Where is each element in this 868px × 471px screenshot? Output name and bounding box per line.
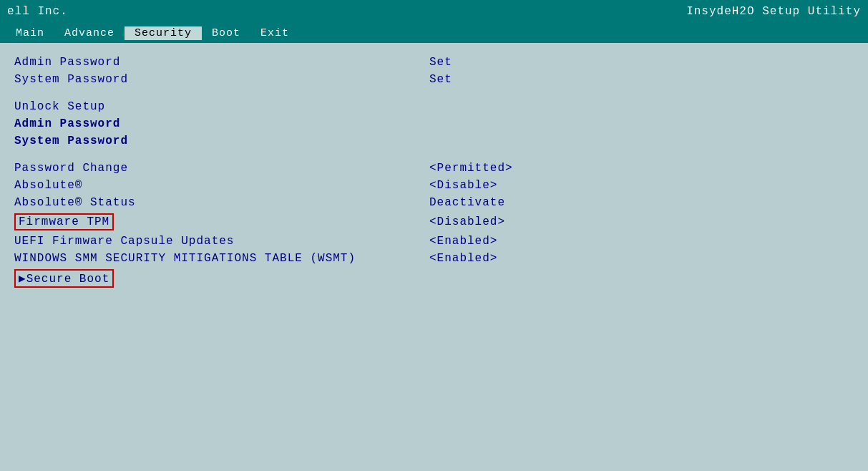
firmware-tpm-label: Firmware TPM — [14, 213, 429, 230]
spacer-2 — [14, 152, 854, 162]
secure-boot-highlight: ▶Secure Boot — [14, 269, 114, 288]
nav-exit[interactable]: Exit — [250, 26, 299, 40]
uefi-firmware-value: <Enabled> — [429, 235, 497, 248]
admin-password-bold-label: Admin Password — [14, 117, 429, 130]
absolute-status-value: Deactivate — [429, 196, 505, 209]
password-change-label: Password Change — [14, 162, 429, 175]
uefi-firmware-row[interactable]: UEFI Firmware Capsule Updates <Enabled> — [14, 235, 854, 248]
admin-password-label: Admin Password — [14, 56, 429, 69]
system-password-bold-label: System Password — [14, 135, 429, 147]
absolute-status-row[interactable]: Absolute® Status Deactivate — [14, 196, 854, 209]
admin-password-bold-row[interactable]: Admin Password — [14, 117, 854, 130]
uefi-firmware-label: UEFI Firmware Capsule Updates — [14, 235, 429, 248]
password-change-value: <Permitted> — [429, 162, 513, 175]
system-password-label: System Password — [14, 73, 429, 86]
wsmt-row[interactable]: WINDOWS SMM SECURITY MITIGATIONS TABLE (… — [14, 252, 854, 265]
utility-title: InsydeH2O Setup Utility — [686, 5, 861, 18]
header-bar: ell Inc. InsydeH2O Setup Utility — [0, 0, 868, 23]
absolute-value: <Disable> — [429, 179, 497, 192]
system-password-row: System Password Set — [14, 73, 854, 86]
firmware-tpm-highlight: Firmware TPM — [14, 213, 114, 230]
system-password-value: Set — [429, 73, 452, 86]
nav-advance[interactable]: Advance — [54, 26, 125, 40]
bios-screen: ell Inc. InsydeH2O Setup Utility Main Ad… — [0, 0, 868, 471]
wsmt-value: <Enabled> — [429, 252, 497, 265]
system-password-bold-row[interactable]: System Password — [14, 135, 854, 147]
unlock-setup-label: Unlock Setup — [14, 100, 429, 113]
nav-security[interactable]: Security — [125, 26, 202, 40]
firmware-tpm-value: <Disabled> — [429, 215, 505, 228]
wsmt-label: WINDOWS SMM SECURITY MITIGATIONS TABLE (… — [14, 252, 429, 265]
admin-password-value: Set — [429, 56, 452, 69]
spacer-1 — [14, 90, 854, 100]
absolute-status-label: Absolute® Status — [14, 196, 429, 209]
firmware-tpm-row[interactable]: Firmware TPM <Disabled> — [14, 213, 854, 230]
absolute-label: Absolute® — [14, 179, 429, 192]
password-change-row[interactable]: Password Change <Permitted> — [14, 162, 854, 175]
secure-boot-row[interactable]: ▶Secure Boot — [14, 269, 854, 288]
admin-password-row: Admin Password Set — [14, 56, 854, 69]
nav-boot[interactable]: Boot — [202, 26, 250, 40]
brand-label: ell Inc. — [7, 5, 68, 18]
unlock-setup-row: Unlock Setup — [14, 100, 854, 113]
nav-main[interactable]: Main — [6, 26, 54, 40]
secure-boot-label: ▶Secure Boot — [14, 269, 429, 288]
absolute-row[interactable]: Absolute® <Disable> — [14, 179, 854, 192]
nav-bar: Main Advance Security Boot Exit — [0, 23, 868, 43]
content-area: Admin Password Set System Password Set U… — [0, 43, 868, 305]
